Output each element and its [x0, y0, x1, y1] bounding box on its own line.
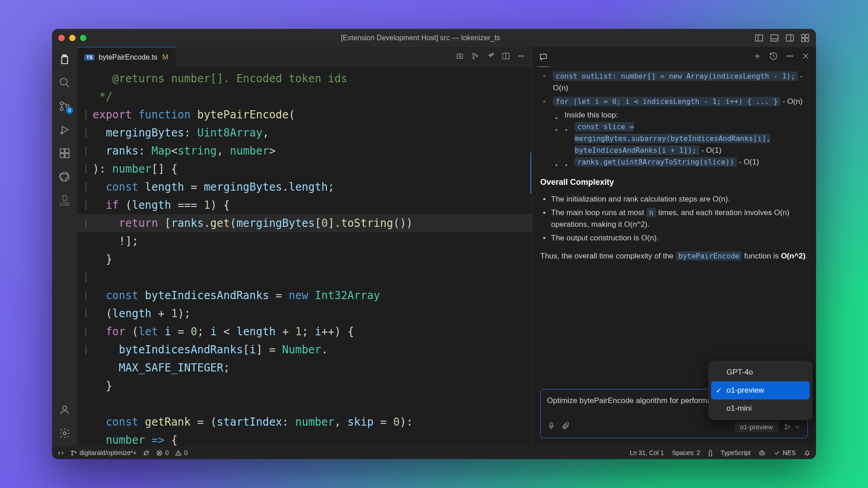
svg-rect-7 [806, 34, 809, 38]
more-icon[interactable] [517, 52, 525, 62]
window-title: [Extension Development Host] src — token… [86, 34, 755, 42]
svg-point-49 [178, 454, 179, 455]
run-debug-icon[interactable] [58, 123, 71, 136]
svg-point-10 [60, 78, 67, 85]
sparkle-icon[interactable] [486, 52, 495, 62]
notifications-icon[interactable] [804, 450, 811, 456]
model-option-gpt4o[interactable]: GPT-4o [711, 363, 810, 381]
svg-point-31 [519, 56, 519, 56]
svg-rect-2 [771, 35, 778, 41]
tab-filename: bytePairEncode.ts [99, 53, 157, 61]
svg-rect-9 [806, 38, 809, 42]
settings-gear-icon[interactable] [58, 427, 71, 440]
cursor-position[interactable]: Ln 31, Col 1 [630, 449, 664, 456]
scm-badge: 8 [66, 107, 73, 114]
svg-rect-41 [550, 422, 552, 427]
extensions-icon[interactable] [58, 146, 71, 160]
svg-point-23 [63, 432, 66, 435]
sync-icon[interactable] [143, 450, 150, 456]
status-bar: digitarald/optimize*+ 0 0 Ln 31, Col 1 S… [52, 446, 816, 459]
svg-rect-24 [457, 54, 463, 59]
search-icon[interactable] [58, 76, 71, 89]
indentation[interactable]: Spaces: 2 [672, 449, 700, 456]
maximize-window-icon[interactable] [80, 35, 86, 41]
layout-panel-left-icon[interactable] [755, 33, 764, 42]
compare-changes-icon[interactable] [471, 52, 479, 62]
svg-rect-4 [786, 35, 793, 41]
copilot-icon[interactable] [759, 450, 765, 456]
model-option-o1-mini[interactable]: o1-mini [711, 399, 810, 418]
svg-point-38 [792, 55, 793, 56]
code-editor[interactable]: @returns number[]. Encoded token ids */ … [77, 67, 532, 446]
titlebar: [Extension Development Host] src — token… [52, 29, 816, 47]
svg-rect-50 [760, 451, 764, 455]
attach-icon[interactable] [561, 422, 570, 432]
history-icon[interactable] [769, 52, 778, 62]
remote-icon[interactable] [57, 450, 64, 456]
chat-response: const outList: number[] = new Array(indi… [532, 67, 816, 389]
svg-marker-15 [62, 126, 68, 133]
svg-rect-0 [755, 35, 763, 41]
window-controls [58, 35, 86, 41]
svg-point-33 [523, 56, 524, 56]
editor-pane: TS bytePairEncode.ts M [77, 47, 532, 446]
svg-point-37 [789, 55, 791, 56]
layout-panel-bottom-icon[interactable] [770, 33, 779, 42]
branch-indicator[interactable]: digitarald/optimize*+ [71, 449, 137, 456]
github-icon[interactable] [58, 170, 71, 183]
minimize-window-icon[interactable] [69, 35, 75, 41]
svg-rect-20 [65, 154, 69, 158]
svg-point-22 [63, 406, 67, 410]
braces-indicator[interactable]: {} [708, 449, 712, 456]
svg-rect-8 [802, 38, 805, 42]
typescript-file-icon: TS [85, 54, 94, 61]
code-content: @returns number[]. Encoded token ids */ … [93, 70, 532, 446]
svg-point-51 [761, 453, 762, 454]
svg-rect-19 [60, 154, 64, 158]
microphone-icon[interactable] [547, 422, 556, 432]
svg-point-16 [61, 132, 62, 134]
problems-indicator[interactable]: 0 0 [156, 449, 187, 456]
close-window-icon[interactable] [58, 35, 65, 41]
svg-point-26 [473, 53, 475, 55]
svg-line-11 [66, 84, 69, 87]
svg-point-32 [521, 56, 522, 56]
model-option-o1-preview[interactable]: o1-preview [711, 381, 810, 399]
svg-rect-18 [65, 149, 69, 153]
run-icon[interactable] [456, 52, 464, 62]
language-mode[interactable]: TypeScript [721, 449, 750, 456]
new-chat-icon[interactable] [753, 52, 762, 62]
layout-panel-right-icon[interactable] [785, 33, 794, 42]
svg-point-13 [60, 108, 63, 111]
svg-point-12 [60, 102, 63, 105]
overall-complexity-heading: Overall Complexity [540, 176, 808, 188]
minimap-viewport[interactable] [530, 153, 531, 193]
svg-point-42 [71, 450, 73, 452]
close-chat-icon[interactable] [802, 52, 810, 62]
svg-point-43 [71, 454, 73, 455]
nes-indicator[interactable]: NES [774, 449, 796, 456]
svg-rect-6 [802, 34, 805, 38]
svg-point-36 [787, 55, 788, 56]
vscode-window: [Extension Development Host] src — token… [52, 29, 816, 459]
more-actions-icon[interactable] [785, 52, 794, 62]
svg-point-27 [473, 57, 475, 59]
svg-marker-25 [459, 55, 461, 57]
model-dropdown: GPT-4o o1-preview o1-mini [708, 361, 812, 420]
activity-bar: 8 LOG [52, 47, 77, 446]
explorer-icon[interactable] [58, 52, 71, 66]
tab-bytepairencode[interactable]: TS bytePairEncode.ts M [77, 47, 176, 67]
svg-point-52 [762, 453, 763, 454]
chat-tab-icon[interactable] [538, 52, 548, 62]
split-editor-icon[interactable] [502, 52, 510, 62]
account-icon[interactable] [58, 403, 71, 417]
log-icon[interactable]: LOG [58, 193, 71, 207]
editor-tabs: TS bytePairEncode.ts M [77, 47, 532, 67]
model-selector[interactable]: o1-preview [735, 421, 778, 432]
source-control-icon[interactable]: 8 [58, 99, 71, 113]
tab-modified-badge: M [162, 53, 168, 61]
svg-rect-17 [60, 149, 64, 153]
layout-customize-icon[interactable] [801, 33, 810, 42]
send-button[interactable] [784, 423, 801, 431]
